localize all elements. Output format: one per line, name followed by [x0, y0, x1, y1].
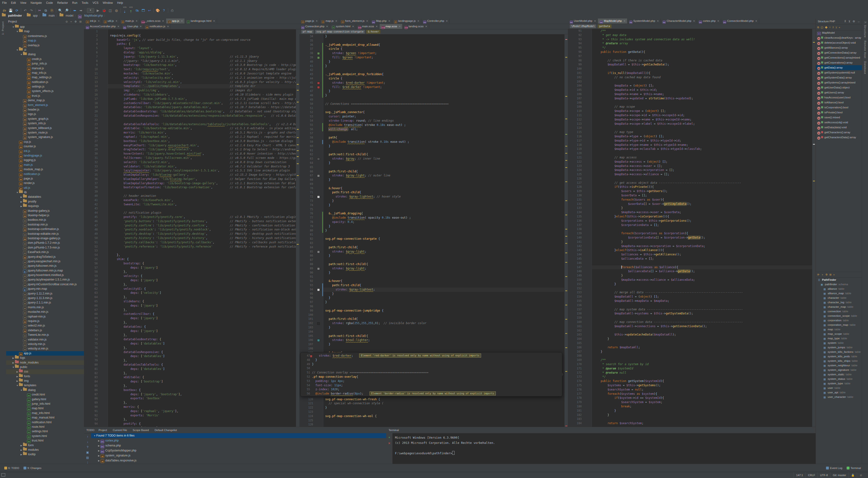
tree-row[interactable]: JSmorris.min.js: [6, 305, 84, 310]
chevron-right-icon[interactable]: ▶: [97, 438, 101, 443]
code-line[interactable]: [108, 118, 296, 122]
code-line[interactable]: // map access: [592, 156, 812, 160]
code-line[interactable]: $mapDataAll->mapData = $mapData;: [592, 299, 812, 303]
code-line[interactable]: [108, 29, 296, 34]
tool-button-database[interactable]: Database: [864, 61, 867, 74]
close-icon[interactable]: ✕: [755, 20, 757, 22]
code-line[interactable]: return $searchSystem;: [592, 421, 812, 425]
database-row[interactable]: ▦system_type: table: [816, 381, 862, 386]
code-line[interactable]: [592, 316, 812, 320]
code-line[interactable]: 'pnotify.nonblock': 'lib/pnotify/pnotify…: [108, 228, 296, 232]
error-stripe-mark[interactable]: [297, 102, 299, 102]
color-swatch[interactable]: [317, 57, 320, 59]
code-line[interactable]: $mapData->scope->name = $this->scopeId->…: [592, 118, 812, 122]
chevron-right-icon[interactable]: ▶: [97, 458, 101, 463]
code-line[interactable]: morris: {: [108, 405, 296, 409]
tree-row[interactable]: <>route.html: [6, 425, 84, 429]
code-line[interactable]: // map type: [592, 130, 812, 134]
tree-row[interactable]: JSmap_info.js: [6, 71, 84, 75]
tree-row[interactable]: JSvelocity.ui.min.js: [6, 346, 84, 351]
code-line[interactable]: $mapDataAll = $this->getCacheData();: [592, 63, 812, 67]
color-swatch[interactable]: [317, 52, 320, 55]
code-line[interactable]: $mapData->type->id = $this->typeId->id;: [592, 139, 812, 143]
code-line[interactable]: $mapData->access = (object) [];: [592, 160, 812, 164]
chevron-right-icon[interactable]: ▶: [20, 204, 23, 209]
status-line-separator[interactable]: CRLF: [805, 472, 817, 478]
database-row[interactable]: ▦system_neighbour: table: [816, 363, 862, 368]
code-line[interactable]: }: [592, 206, 812, 210]
code-line[interactable]: datatablesTableTools: {: [108, 363, 296, 367]
tree-row[interactable]: ▶form: [6, 443, 84, 448]
code-line[interactable]: requirejs.config({: [108, 34, 296, 38]
error-stripe-mark[interactable]: [565, 215, 567, 215]
tree-row[interactable]: JSrender.js: [6, 181, 84, 185]
menu-tools[interactable]: Tools: [80, 0, 90, 6]
code-line[interactable]: deps: ['datatables']: [108, 367, 296, 371]
code-line[interactable]: return $mapDataAll;: [592, 346, 812, 350]
code-line[interactable]: // get access object data --------------…: [592, 181, 812, 185]
code-line[interactable]: },: [108, 308, 296, 312]
code-line[interactable]: lazylinepainter: 'lib/jquery.lazylinepai…: [108, 168, 296, 173]
todo-filter-default-changelist[interactable]: Default Changelist: [152, 427, 180, 433]
error-stripe-mark[interactable]: [297, 137, 299, 138]
code-line[interactable]: [323, 232, 565, 237]
code-line[interactable]: ._jsPlumb_endpoint_drop_forbidden{: [323, 72, 565, 76]
editor-breadcrumb-item[interactable]: &:hover: [366, 30, 380, 34]
database-row[interactable]: ▣pathfinder: schema: [816, 282, 862, 287]
code-line[interactable]: $mapData->access->alliance = [];: [592, 172, 812, 177]
tree-row[interactable]: {}jquery.min.map: [6, 287, 84, 291]
code-line[interactable]: $mapData->updated = strtotime($this->upd…: [592, 96, 812, 101]
tab-main-js[interactable]: JSmain.js✕: [119, 19, 140, 24]
tree-row[interactable]: JSmanual.js: [6, 66, 84, 71]
code-line[interactable]: $mapData->type = (object) [];: [592, 134, 812, 139]
code-line[interactable]: stroke-linecap: round; // line endings: [323, 119, 565, 123]
tab-cortex-php[interactable]: phpcortex.php✕: [697, 19, 721, 24]
breadcrumb-app[interactable]: app: [27, 13, 38, 19]
menu-window[interactable]: Window: [101, 0, 115, 6]
database-toolbar[interactable]: ⟳ ＋ ⚙ ⊞ »: [816, 272, 862, 278]
structure-item[interactable]: msave():mixed: [816, 115, 862, 120]
error-stripe-mark[interactable]: [565, 290, 567, 291]
code-line[interactable]: @include transition( stroke 0.18s ease-o…: [323, 123, 565, 127]
tree-row[interactable]: JSbootstrap.min.js: [6, 222, 84, 227]
code-line[interactable]: if($this->isPrivate()){: [592, 185, 812, 189]
close-icon[interactable]: ✕: [136, 20, 137, 22]
code-line[interactable]: stroke: $gray-light; // outer line: [323, 173, 565, 178]
tree-row[interactable]: JSjquery-2.1.1.min.js: [6, 300, 84, 305]
code-line[interactable]: [323, 106, 565, 110]
tree-row[interactable]: JSdemo_map.js: [6, 98, 84, 103]
code-line[interactable]: $corporationData[] = $corporation->getDa…: [592, 236, 812, 240]
tree-row[interactable]: ▶pnotify: [6, 199, 84, 204]
code-line[interactable]: stroke: $gray; // inner line: [323, 157, 565, 161]
tree-row[interactable]: JSjump_info.js: [6, 61, 84, 66]
tree-row[interactable]: JSblueimp-helper.js: [6, 213, 84, 218]
code-line[interactable]: $this->updateCacheData($mapDataAll);: [592, 333, 812, 337]
structure-item[interactable]: mdelete(accessObject):void: [816, 40, 862, 45]
code-line[interactable]: [323, 241, 565, 246]
tree-row[interactable]: JSslidebars.js: [6, 328, 84, 333]
terminal-add-icon[interactable]: +: [386, 436, 392, 439]
code-line[interactable]: &:hover{: [323, 186, 565, 191]
code-line[interactable]: svg.pf-map-connection-wh-fresh {: [323, 397, 565, 402]
todo-tool-icon[interactable]: ?: [84, 446, 91, 449]
tree-row[interactable]: JSbootbox.min.js: [6, 218, 84, 222]
code-line[interactable]: deps: ['velocity']: [108, 291, 296, 295]
code-line[interactable]: [323, 182, 565, 186]
code-line[interactable]: 'pnotify.confirm': 'lib/pnotify/pnotify.…: [108, 224, 296, 228]
code-line[interactable]: pnotify: 'lib/pnotify/pnotify.core', // …: [108, 215, 296, 219]
tool-button-project[interactable]: 1: Project: [1, 21, 4, 35]
code-line[interactable]: $mapData->scope = (object) [];: [592, 109, 812, 113]
hector-inspections-icon[interactable]: ☺: [857, 472, 865, 478]
tree-row[interactable]: JSjquery-1.11.3.min.js: [6, 296, 84, 300]
code-line[interactable]: datatables: {: [108, 325, 296, 329]
code-line[interactable]: }: [323, 254, 565, 258]
tab-landing-scss[interactable]: SASSlanding.scss✕: [403, 24, 429, 29]
tree-row[interactable]: JSutil.js: [6, 186, 84, 190]
chevron-right-icon[interactable]: ▶: [16, 374, 19, 379]
close-icon[interactable]: ✕: [657, 20, 659, 22]
error-stripe-mark[interactable]: [565, 236, 567, 236]
code-line[interactable]: bootbox: 'lib/bootbox.min', // v4.3.0 Bo…: [108, 139, 296, 144]
code-line[interactable]: $allianceData[] = $alliance->getData();: [592, 269, 812, 274]
close-icon[interactable]: ✕: [717, 20, 719, 22]
tree-row[interactable]: JSTweenLite.min.js: [6, 333, 84, 337]
